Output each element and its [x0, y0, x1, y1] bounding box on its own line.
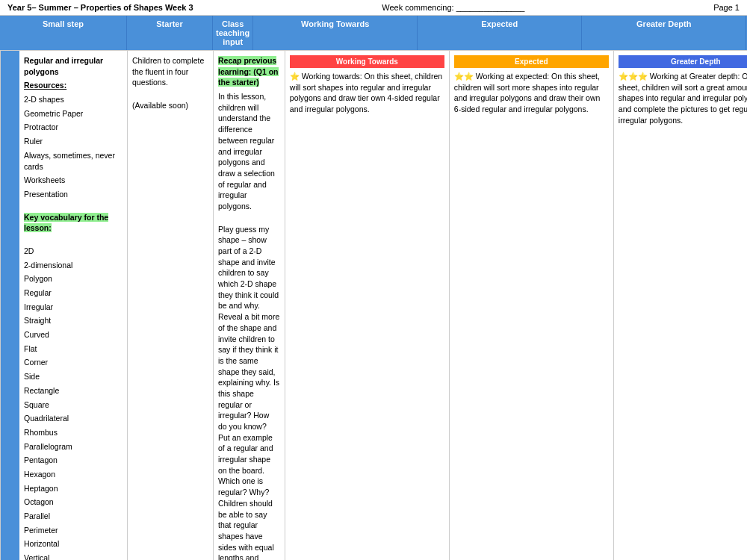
- resource-prot: Protractor: [24, 122, 123, 133]
- teaching-cell: Recap previous learning: (Q1 on the star…: [214, 51, 285, 560]
- starter-available: (Available soon): [132, 100, 208, 111]
- col-header-small-step: Small step: [0, 16, 127, 50]
- expected-cell: Expected ⭐⭐ Working at expected: On this…: [450, 51, 614, 560]
- working-towards-text: ⭐ Working towards: On this sheet, childr…: [290, 71, 444, 115]
- vocab-polygon: Polygon: [24, 273, 123, 284]
- working-towards-cell: Working Towards ⭐ Working towards: On th…: [285, 51, 450, 560]
- col-header-greater-depth: Greater Depth: [582, 16, 746, 50]
- greater-depth-text: ⭐⭐⭐ Working at Greater depth: On this sh…: [619, 71, 747, 125]
- vocab-parallel: Parallel: [24, 511, 123, 522]
- vocab-rhombus: Rhombus: [24, 427, 123, 438]
- col-header-teaching: Class teaching input: [213, 16, 253, 50]
- vocab-curved: Curved: [24, 329, 123, 340]
- vocab-hexagon: Hexagon: [24, 469, 123, 480]
- main-content: Lesson 13 Regular and irregular polygons…: [0, 51, 747, 560]
- page-header: Year 5– Summer – Properties of Shapes We…: [0, 0, 747, 16]
- vocab-straight: Straight: [24, 315, 123, 326]
- vocab-heptagon: Heptagon: [24, 483, 123, 494]
- page-wrapper: Year 5– Summer – Properties of Shapes We…: [0, 0, 747, 560]
- intro-text: In this lesson, children will understand…: [218, 91, 280, 212]
- vocab-perimeter: Perimeter: [24, 525, 123, 536]
- resources-label: Resources:: [24, 80, 123, 91]
- greater-depth-cell: Greater Depth ⭐⭐⭐ Working at Greater dep…: [614, 51, 747, 560]
- working-towards-header: Working Towards: [290, 55, 444, 68]
- document-title: Year 5– Summer – Properties of Shapes We…: [7, 3, 193, 12]
- resource-cards: Always, sometimes, never cards: [24, 150, 123, 172]
- small-step-cell: Lesson 13 Regular and irregular polygons…: [1, 51, 128, 560]
- resource-ws: Worksheets: [24, 175, 123, 186]
- vocab-side: Side: [24, 371, 123, 382]
- resource-geo: Geometric Paper: [24, 108, 123, 119]
- starter-cell: Children to complete the fluent in four …: [128, 51, 214, 560]
- starter-text: Children to complete the fluent in four …: [132, 55, 208, 88]
- vocab-quadrilateral: Quadrilateral: [24, 413, 123, 424]
- vocab-pentagon: Pentagon: [24, 455, 123, 466]
- vocab-rectangle: Rectangle: [24, 385, 123, 396]
- vocab-highlight-label: Key vocabulary for the lesson:: [24, 212, 123, 234]
- expected-header: Expected: [454, 55, 609, 68]
- vocab-2d: 2D: [24, 246, 123, 257]
- vocab-2dimensional: 2-dimensional: [24, 260, 123, 271]
- col-header-expected: Expected: [418, 16, 582, 50]
- resource-ruler: Ruler: [24, 136, 123, 147]
- expected-text: ⭐⭐ Working at expected: On this sheet, c…: [454, 71, 609, 115]
- vocab-irregular: Irregular: [24, 302, 123, 313]
- vocab-corner: Corner: [24, 357, 123, 368]
- resource-2d: 2-D shapes: [24, 94, 123, 105]
- vocab-square: Square: [24, 399, 123, 411]
- col-header-starter: Starter: [127, 16, 213, 50]
- resource-pres: Presentation: [24, 189, 123, 200]
- play-guess-text: Play guess my shape – show part of a 2-D…: [218, 224, 280, 560]
- vocab-octagon: Octagon: [24, 497, 123, 508]
- vocab-horizontal: Horizontal: [24, 538, 123, 550]
- page-number: Page 1: [713, 3, 740, 12]
- small-step-title: Regular and irregular polygons: [24, 55, 123, 77]
- vocab-vertical: Vertical: [24, 553, 123, 560]
- vocab-regular: Regular: [24, 287, 123, 299]
- col-header-working-towards: Working Towards: [253, 16, 418, 50]
- week-commencing: Week commencing: _______________: [193, 3, 713, 12]
- recap-label: Recap previous learning: (Q1 on the star…: [218, 55, 280, 88]
- vocab-parallelogram: Parallelogram: [24, 441, 123, 452]
- greater-depth-header: Greater Depth: [619, 55, 747, 68]
- vocab-flat: Flat: [24, 343, 123, 355]
